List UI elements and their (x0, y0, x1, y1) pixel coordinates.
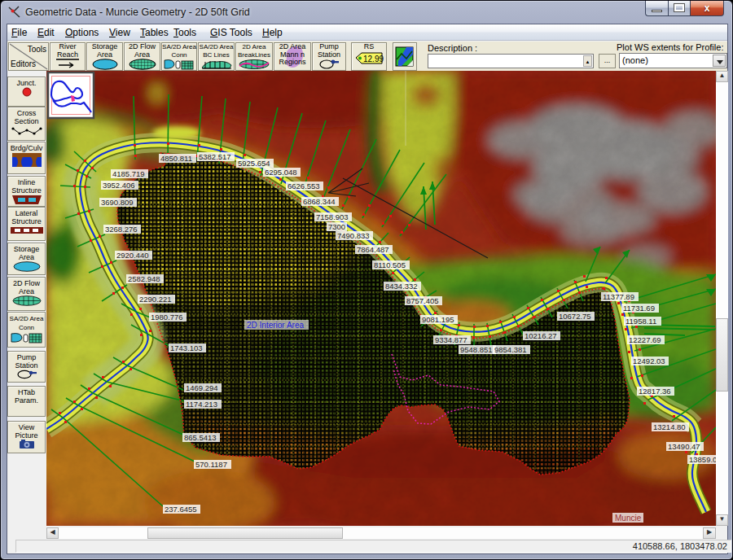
svg-text:2920.440: 2920.440 (116, 251, 149, 260)
svg-text:8434.332: 8434.332 (385, 282, 418, 291)
svg-text:2582.948: 2582.948 (128, 274, 160, 283)
svg-text:13859.03: 13859.03 (689, 455, 716, 464)
svg-text:237.6455: 237.6455 (165, 505, 197, 514)
svg-text:7864.487: 7864.487 (357, 245, 389, 254)
svg-text:7158.903: 7158.903 (316, 212, 349, 221)
svg-text:4850.811: 4850.811 (160, 154, 192, 163)
svg-text:9334.877: 9334.877 (435, 335, 467, 344)
svg-text:2290.221: 2290.221 (139, 295, 172, 304)
svg-text:3268.276: 3268.276 (105, 225, 138, 234)
svg-text:1743.103: 1743.103 (170, 343, 203, 352)
svg-text:11377.89: 11377.89 (603, 292, 634, 301)
svg-text:Muncie: Muncie (615, 514, 642, 523)
svg-text:865.5413: 865.5413 (184, 433, 217, 442)
svg-text:6626.553: 6626.553 (287, 182, 320, 190)
svg-text:7300: 7300 (328, 222, 345, 231)
svg-text:7490.833: 7490.833 (337, 231, 370, 240)
svg-text:570.1187: 570.1187 (195, 460, 227, 469)
svg-text:12817.36: 12817.36 (639, 387, 671, 396)
svg-text:10216.27: 10216.27 (525, 331, 557, 340)
svg-text:6868.344: 6868.344 (303, 197, 336, 206)
svg-text:1174.213: 1174.213 (186, 400, 217, 409)
svg-text:1469.294: 1469.294 (186, 383, 218, 392)
svg-text:11731.69: 11731.69 (623, 304, 655, 313)
svg-text:12492.03: 12492.03 (633, 357, 665, 365)
svg-text:12.99: 12.99 (363, 54, 384, 63)
svg-text:8110.505: 8110.505 (374, 260, 406, 269)
svg-text:4185.719: 4185.719 (112, 169, 145, 178)
svg-text:12227.69: 12227.69 (629, 335, 661, 344)
svg-text:9548.851: 9548.851 (460, 345, 493, 354)
svg-text:10672.75: 10672.75 (559, 312, 591, 321)
svg-text:13490.47: 13490.47 (668, 442, 700, 451)
svg-text:6295.048: 6295.048 (265, 168, 297, 177)
svg-text:13214.80: 13214.80 (653, 422, 686, 431)
svg-text:9854.381: 9854.381 (494, 345, 527, 354)
svg-text:1980.776: 1980.776 (151, 313, 183, 322)
svg-text:8757.405: 8757.405 (406, 296, 439, 305)
svg-text:5382.517: 5382.517 (199, 152, 231, 161)
svg-text:2D Interior Area: 2D Interior Area (247, 321, 304, 330)
svg-text:5925.654: 5925.654 (238, 159, 270, 168)
svg-text:3690.809: 3690.809 (101, 198, 134, 207)
svg-text:9081.195: 9081.195 (422, 315, 454, 324)
svg-text:11958.11: 11958.11 (625, 317, 656, 326)
svg-text:3952.406: 3952.406 (103, 181, 135, 190)
